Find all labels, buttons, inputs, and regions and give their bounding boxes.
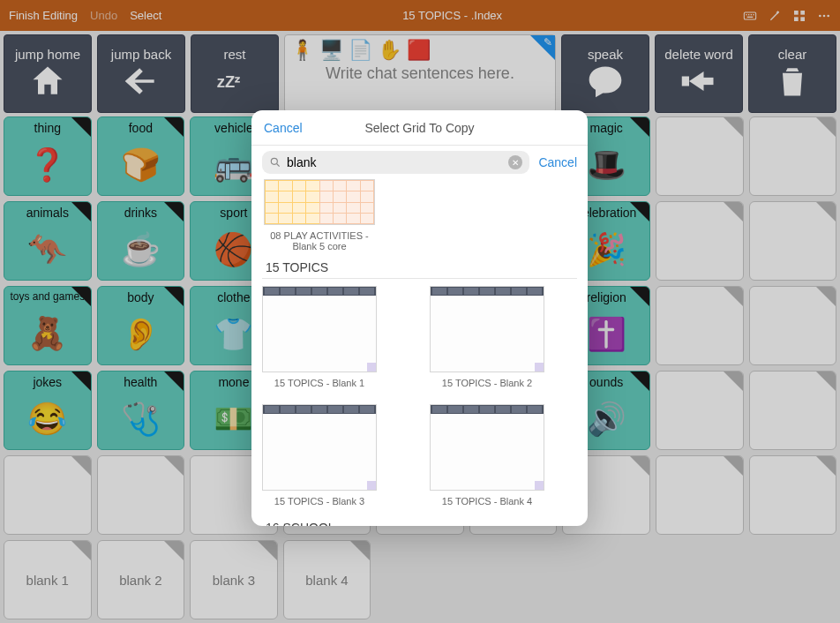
clear-search-icon[interactable]: ✕ xyxy=(508,155,522,169)
thumb-caption: 15 TOPICS - Blank 2 xyxy=(442,378,532,388)
thumb-caption: 15 TOPICS - Blank 1 xyxy=(274,378,364,388)
search-field[interactable]: ✕ xyxy=(262,151,529,174)
grid-thumb-blank-4[interactable]: 15 TOPICS - Blank 4 xyxy=(430,404,544,507)
select-grid-modal: Cancel Select Grid To Copy ✕ Cancel 08 P… xyxy=(251,110,588,526)
thumb-caption: 15 TOPICS - Blank 4 xyxy=(442,496,532,507)
search-input[interactable] xyxy=(287,155,503,169)
thumb-caption: 15 TOPICS - Blank 3 xyxy=(274,496,364,507)
grid-thumb-blank-2[interactable]: 15 TOPICS - Blank 2 xyxy=(430,286,544,388)
modal-cancel-button[interactable]: Cancel xyxy=(264,121,303,135)
svg-point-16 xyxy=(271,158,277,164)
svg-line-17 xyxy=(277,164,280,167)
grid-thumb-play-activities[interactable]: 08 PLAY ACTIVITIES - Blank 5 core xyxy=(262,179,377,251)
grid-thumb-blank-1[interactable]: 15 TOPICS - Blank 1 xyxy=(262,286,377,388)
search-icon xyxy=(269,156,281,169)
grid-thumb-blank-3[interactable]: 15 TOPICS - Blank 3 xyxy=(262,404,377,507)
thumb-caption: 08 PLAY ACTIVITIES - Blank 5 core xyxy=(262,230,377,251)
section-16-school: 16 SCHOOL xyxy=(262,512,577,526)
modal-title: Select Grid To Copy xyxy=(364,121,474,135)
search-cancel-button[interactable]: Cancel xyxy=(538,155,577,169)
section-15-topics: 15 TOPICS xyxy=(262,251,577,279)
